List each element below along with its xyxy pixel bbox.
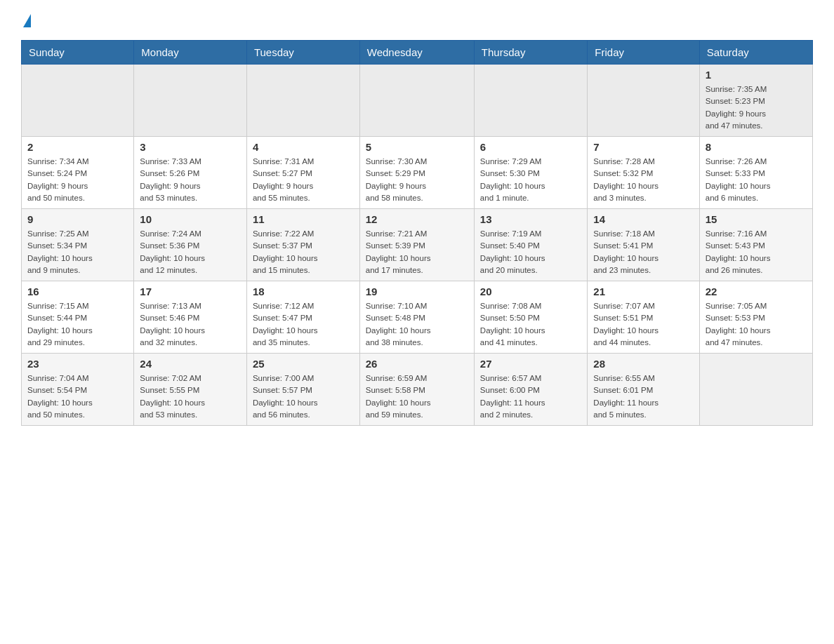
day-number: 8 <box>706 141 807 153</box>
calendar-week-row: 16Sunrise: 7:15 AM Sunset: 5:44 PM Dayli… <box>22 281 813 354</box>
day-info: Sunrise: 7:08 AM Sunset: 5:50 PM Dayligh… <box>480 300 581 349</box>
day-number: 9 <box>27 213 128 225</box>
day-info: Sunrise: 7:30 AM Sunset: 5:29 PM Dayligh… <box>366 156 468 204</box>
day-number: 11 <box>253 213 354 225</box>
calendar-day-cell: 9Sunrise: 7:25 AM Sunset: 5:34 PM Daylig… <box>22 209 134 281</box>
calendar-day-cell: 22Sunrise: 7:05 AM Sunset: 5:53 PM Dayli… <box>699 281 812 354</box>
day-info: Sunrise: 7:25 AM Sunset: 5:34 PM Dayligh… <box>27 228 128 276</box>
calendar-header-row: SundayMondayTuesdayWednesdayThursdayFrid… <box>22 41 813 65</box>
calendar-day-cell: 13Sunrise: 7:19 AM Sunset: 5:40 PM Dayli… <box>474 209 587 281</box>
calendar-day-cell <box>246 65 359 137</box>
calendar-header-thursday: Thursday <box>474 41 587 65</box>
calendar-day-cell: 21Sunrise: 7:07 AM Sunset: 5:51 PM Dayli… <box>588 281 699 354</box>
calendar-day-cell: 27Sunrise: 6:57 AM Sunset: 6:00 PM Dayli… <box>474 354 587 426</box>
day-info: Sunrise: 7:24 AM Sunset: 5:36 PM Dayligh… <box>140 228 241 276</box>
calendar-week-row: 23Sunrise: 7:04 AM Sunset: 5:54 PM Dayli… <box>22 354 813 426</box>
day-info: Sunrise: 7:34 AM Sunset: 5:24 PM Dayligh… <box>27 156 128 204</box>
day-info: Sunrise: 7:04 AM Sunset: 5:54 PM Dayligh… <box>27 373 128 421</box>
calendar-day-cell: 10Sunrise: 7:24 AM Sunset: 5:36 PM Dayli… <box>134 209 247 281</box>
day-number: 21 <box>593 286 693 297</box>
calendar-day-cell: 23Sunrise: 7:04 AM Sunset: 5:54 PM Dayli… <box>22 354 134 426</box>
day-info: Sunrise: 7:33 AM Sunset: 5:26 PM Dayligh… <box>140 156 241 204</box>
day-info: Sunrise: 7:29 AM Sunset: 5:30 PM Dayligh… <box>480 156 581 204</box>
day-number: 20 <box>480 286 581 297</box>
calendar-day-cell: 6Sunrise: 7:29 AM Sunset: 5:30 PM Daylig… <box>474 137 587 209</box>
calendar-day-cell: 11Sunrise: 7:22 AM Sunset: 5:37 PM Dayli… <box>246 209 359 281</box>
day-info: Sunrise: 7:15 AM Sunset: 5:44 PM Dayligh… <box>27 300 128 349</box>
calendar-day-cell: 17Sunrise: 7:13 AM Sunset: 5:46 PM Dayli… <box>134 281 247 354</box>
calendar-day-cell: 3Sunrise: 7:33 AM Sunset: 5:26 PM Daylig… <box>134 137 247 209</box>
day-info: Sunrise: 7:18 AM Sunset: 5:41 PM Dayligh… <box>593 228 693 276</box>
calendar-header-friday: Friday <box>588 41 699 65</box>
calendar-week-row: 2Sunrise: 7:34 AM Sunset: 5:24 PM Daylig… <box>22 137 813 209</box>
day-info: Sunrise: 7:19 AM Sunset: 5:40 PM Dayligh… <box>480 228 581 276</box>
calendar-day-cell: 5Sunrise: 7:30 AM Sunset: 5:29 PM Daylig… <box>359 137 474 209</box>
calendar-day-cell <box>22 65 134 137</box>
calendar-day-cell: 12Sunrise: 7:21 AM Sunset: 5:39 PM Dayli… <box>359 209 474 281</box>
day-info: Sunrise: 7:00 AM Sunset: 5:57 PM Dayligh… <box>253 373 354 421</box>
day-number: 22 <box>706 286 807 297</box>
day-number: 24 <box>140 358 241 370</box>
calendar-day-cell: 1Sunrise: 7:35 AM Sunset: 5:23 PM Daylig… <box>699 65 812 137</box>
logo-arrow-icon <box>23 14 31 27</box>
day-info: Sunrise: 7:07 AM Sunset: 5:51 PM Dayligh… <box>593 300 693 349</box>
calendar-day-cell: 14Sunrise: 7:18 AM Sunset: 5:41 PM Dayli… <box>588 209 699 281</box>
calendar-day-cell <box>588 65 699 137</box>
day-info: Sunrise: 7:05 AM Sunset: 5:53 PM Dayligh… <box>706 300 807 349</box>
logo <box>21 14 31 26</box>
page-header <box>21 14 813 26</box>
day-number: 4 <box>253 141 354 153</box>
day-number: 17 <box>140 286 241 297</box>
day-number: 10 <box>140 213 241 225</box>
day-number: 13 <box>480 213 581 225</box>
calendar-week-row: 1Sunrise: 7:35 AM Sunset: 5:23 PM Daylig… <box>22 65 813 137</box>
day-info: Sunrise: 7:10 AM Sunset: 5:48 PM Dayligh… <box>366 300 468 349</box>
calendar-day-cell: 25Sunrise: 7:00 AM Sunset: 5:57 PM Dayli… <box>246 354 359 426</box>
calendar-header-tuesday: Tuesday <box>246 41 359 65</box>
day-info: Sunrise: 7:16 AM Sunset: 5:43 PM Dayligh… <box>706 228 807 276</box>
day-number: 5 <box>366 141 468 153</box>
calendar-day-cell: 28Sunrise: 6:55 AM Sunset: 6:01 PM Dayli… <box>588 354 699 426</box>
calendar-day-cell: 8Sunrise: 7:26 AM Sunset: 5:33 PM Daylig… <box>699 137 812 209</box>
calendar-day-cell <box>359 65 474 137</box>
calendar-day-cell: 16Sunrise: 7:15 AM Sunset: 5:44 PM Dayli… <box>22 281 134 354</box>
day-info: Sunrise: 7:12 AM Sunset: 5:47 PM Dayligh… <box>253 300 354 349</box>
day-number: 2 <box>27 141 128 153</box>
day-number: 25 <box>253 358 354 370</box>
calendar-day-cell: 15Sunrise: 7:16 AM Sunset: 5:43 PM Dayli… <box>699 209 812 281</box>
day-info: Sunrise: 6:55 AM Sunset: 6:01 PM Dayligh… <box>593 373 693 421</box>
day-number: 16 <box>27 286 128 297</box>
calendar-day-cell <box>474 65 587 137</box>
calendar-day-cell: 7Sunrise: 7:28 AM Sunset: 5:32 PM Daylig… <box>588 137 699 209</box>
day-info: Sunrise: 7:13 AM Sunset: 5:46 PM Dayligh… <box>140 300 241 349</box>
day-number: 28 <box>593 358 693 370</box>
calendar-day-cell: 26Sunrise: 6:59 AM Sunset: 5:58 PM Dayli… <box>359 354 474 426</box>
day-info: Sunrise: 7:26 AM Sunset: 5:33 PM Dayligh… <box>706 156 807 204</box>
day-number: 19 <box>366 286 468 297</box>
calendar-day-cell: 24Sunrise: 7:02 AM Sunset: 5:55 PM Dayli… <box>134 354 247 426</box>
day-info: Sunrise: 7:02 AM Sunset: 5:55 PM Dayligh… <box>140 373 241 421</box>
day-number: 3 <box>140 141 241 153</box>
day-number: 6 <box>480 141 581 153</box>
calendar-week-row: 9Sunrise: 7:25 AM Sunset: 5:34 PM Daylig… <box>22 209 813 281</box>
calendar-day-cell <box>134 65 247 137</box>
day-number: 1 <box>706 69 807 81</box>
day-info: Sunrise: 7:22 AM Sunset: 5:37 PM Dayligh… <box>253 228 354 276</box>
calendar-header-wednesday: Wednesday <box>359 41 474 65</box>
day-info: Sunrise: 6:57 AM Sunset: 6:00 PM Dayligh… <box>480 373 581 421</box>
calendar-day-cell: 19Sunrise: 7:10 AM Sunset: 5:48 PM Dayli… <box>359 281 474 354</box>
calendar-header-monday: Monday <box>134 41 247 65</box>
calendar-header-sunday: Sunday <box>22 41 134 65</box>
calendar-day-cell: 2Sunrise: 7:34 AM Sunset: 5:24 PM Daylig… <box>22 137 134 209</box>
day-number: 14 <box>593 213 693 225</box>
day-number: 12 <box>366 213 468 225</box>
calendar-day-cell: 4Sunrise: 7:31 AM Sunset: 5:27 PM Daylig… <box>246 137 359 209</box>
day-number: 7 <box>593 141 693 153</box>
calendar-table: SundayMondayTuesdayWednesdayThursdayFrid… <box>21 40 813 426</box>
day-info: Sunrise: 6:59 AM Sunset: 5:58 PM Dayligh… <box>366 373 468 421</box>
day-info: Sunrise: 7:21 AM Sunset: 5:39 PM Dayligh… <box>366 228 468 276</box>
calendar-header-saturday: Saturday <box>699 41 812 65</box>
day-number: 18 <box>253 286 354 297</box>
calendar-day-cell: 18Sunrise: 7:12 AM Sunset: 5:47 PM Dayli… <box>246 281 359 354</box>
day-number: 26 <box>366 358 468 370</box>
